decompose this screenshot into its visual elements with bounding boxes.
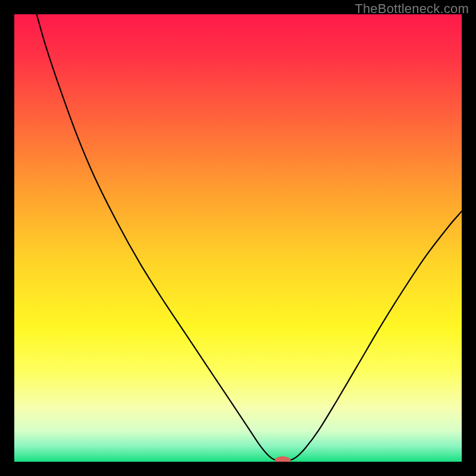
bottleneck-chart bbox=[14, 14, 462, 462]
chart-frame bbox=[14, 14, 462, 462]
watermark-text: TheBottleneck.com bbox=[355, 1, 469, 17]
gradient-background bbox=[14, 14, 462, 462]
